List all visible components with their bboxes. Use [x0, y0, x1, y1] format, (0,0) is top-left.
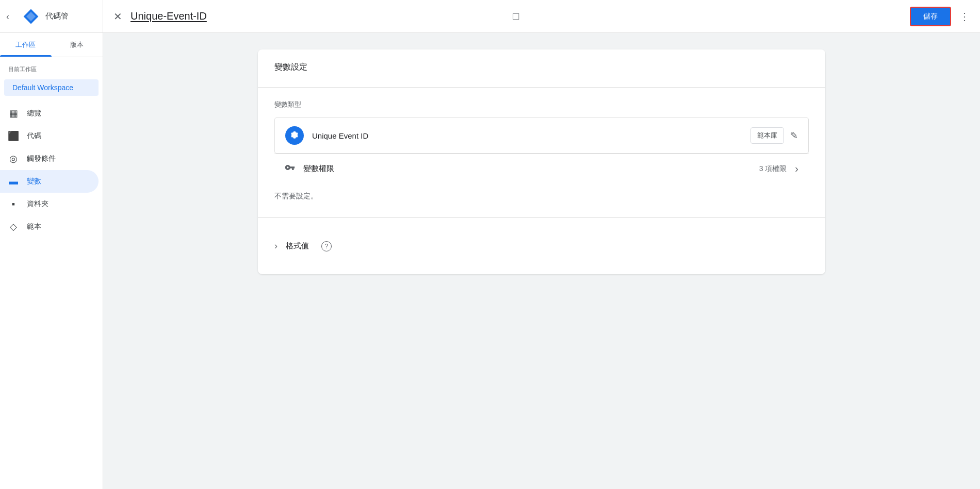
back-button[interactable]: ‹	[6, 11, 17, 22]
key-icon	[285, 162, 295, 175]
main-area: ✕ Unique-Event-ID □ 儲存 ⋮ 變數設定 變數類型	[103, 0, 980, 489]
key-svg	[285, 162, 295, 173]
variable-type-icon	[285, 126, 304, 145]
permission-row[interactable]: 變數權限 3 項權限 ›	[274, 154, 809, 183]
sidebar-nav: ▦ 總覽 ⬛ 代碼 ◎ 觸發條件 ▬ 變數 ▪ 資料夾 ◇ 範本	[0, 98, 103, 242]
sidebar-header: ‹ 代碼管	[0, 0, 103, 33]
variable-settings-section: 變數設定	[258, 49, 825, 88]
help-icon[interactable]: ?	[321, 241, 332, 251]
sidebar-item-label-templates: 範本	[27, 222, 41, 231]
overview-icon: ▦	[8, 108, 19, 119]
triggers-icon: ◎	[8, 154, 19, 164]
gear-icon	[289, 130, 300, 141]
dialog-header: ✕ Unique-Event-ID □ 儲存 ⋮	[103, 0, 980, 33]
variable-type-item: Unique Event ID	[275, 118, 742, 153]
sidebar-item-label-folders: 資料夾	[27, 199, 48, 209]
permission-label: 變數權限	[303, 164, 751, 174]
config-card: 變數設定 變數類型 Unique Event ID	[258, 49, 825, 274]
dialog-title: Unique-Event-ID	[130, 10, 504, 22]
permission-chevron-icon[interactable]: ›	[795, 163, 798, 175]
tab-workspace[interactable]: 工作區	[0, 33, 52, 57]
dialog-body: 變數設定 變數類型 Unique Event ID	[103, 33, 980, 489]
edit-button[interactable]: ✎	[788, 128, 800, 143]
folders-icon: ▪	[8, 199, 19, 209]
sidebar-item-label-tags: 代碼	[27, 131, 41, 141]
type-subtitle: 變數類型	[274, 100, 809, 109]
templates-icon: ◇	[8, 222, 19, 232]
sidebar-item-label-triggers: 觸發條件	[27, 154, 56, 163]
sidebar-tabs: 工作區 版本	[0, 33, 103, 57]
close-button[interactable]: ✕	[113, 10, 122, 23]
sidebar-item-tags[interactable]: ⬛ 代碼	[0, 125, 103, 147]
variable-type-actions: 範本庫 ✎	[742, 127, 808, 144]
app-logo	[22, 7, 40, 26]
sidebar-item-label-overview: 總覽	[27, 109, 41, 118]
variable-type-section: 變數類型 Unique Event ID 範本庫	[258, 88, 825, 218]
format-label: 格式值	[286, 241, 309, 251]
sidebar-item-label-variables: 變數	[27, 177, 41, 186]
permission-count: 3 項權限	[759, 164, 787, 174]
variable-type-label: Unique Event ID	[312, 131, 368, 140]
sidebar: ‹ 代碼管 工作區 版本 目前工作區 Default Workspace ▦ 總…	[0, 0, 103, 489]
format-section: › 格式值 ?	[258, 218, 825, 274]
format-expand-icon[interactable]: ›	[274, 241, 277, 251]
variables-icon: ▬	[8, 176, 19, 187]
tab-version[interactable]: 版本	[52, 33, 103, 57]
app-title: 代碼管	[45, 11, 69, 21]
no-config-text: 不需要設定。	[274, 183, 809, 205]
folder-icon[interactable]: □	[513, 10, 519, 22]
format-row: › 格式值 ?	[274, 230, 809, 262]
sidebar-item-folders[interactable]: ▪ 資料夾	[0, 193, 103, 215]
workspace-name: Default Workspace	[12, 83, 90, 92]
library-button[interactable]: 範本庫	[750, 127, 784, 144]
sidebar-item-triggers[interactable]: ◎ 觸發條件	[0, 147, 103, 170]
sidebar-item-overview[interactable]: ▦ 總覽	[0, 102, 103, 125]
variable-type-row: Unique Event ID 範本庫 ✎	[274, 117, 809, 154]
section-label: 目前工作區	[0, 57, 103, 77]
settings-title: 變數設定	[274, 62, 809, 73]
tags-icon: ⬛	[8, 131, 19, 141]
save-button[interactable]: 儲存	[910, 7, 952, 26]
sidebar-item-variables[interactable]: ▬ 變數	[0, 170, 99, 193]
more-button[interactable]: ⋮	[959, 10, 970, 23]
sidebar-item-templates[interactable]: ◇ 範本	[0, 215, 103, 238]
workspace-selector[interactable]: Default Workspace	[4, 79, 99, 96]
